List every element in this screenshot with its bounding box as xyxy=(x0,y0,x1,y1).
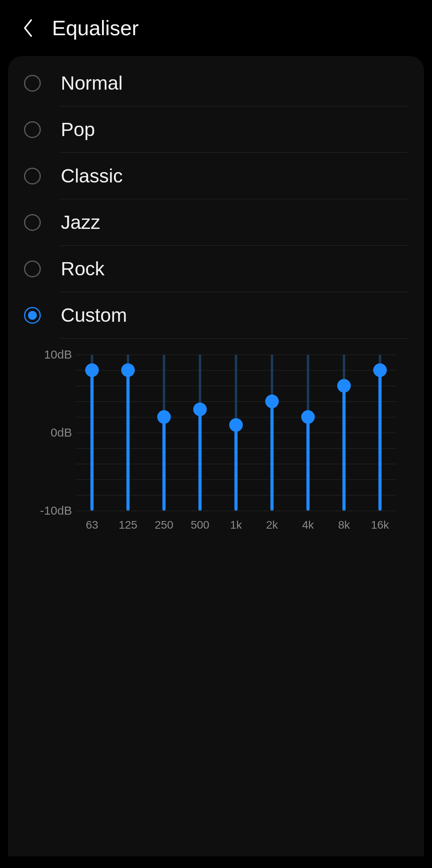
slider-thumb[interactable] xyxy=(121,363,135,377)
preset-row-jazz[interactable]: Jazz xyxy=(8,199,424,245)
radio-rock[interactable] xyxy=(24,261,41,277)
equaliser-chart: 10dB0dB-10dB 631252505001k2k4k8k16k xyxy=(8,355,424,531)
slider-fill xyxy=(306,417,310,511)
x-tick-label: 125 xyxy=(118,519,138,531)
slider-fill xyxy=(90,370,94,511)
slider-thumb[interactable] xyxy=(373,363,387,377)
slider-thumb[interactable] xyxy=(337,379,351,393)
x-tick-label: 8k xyxy=(334,519,354,531)
y-axis-labels: 10dB0dB-10dB xyxy=(28,355,72,511)
preset-row-classic[interactable]: Classic xyxy=(8,153,424,199)
slider-thumb[interactable] xyxy=(301,410,315,424)
radio-classic[interactable] xyxy=(24,168,41,184)
preset-label: Pop xyxy=(61,118,424,140)
slider-fill xyxy=(126,370,130,511)
radio-normal[interactable] xyxy=(24,75,41,92)
chart-area xyxy=(76,355,396,511)
preset-label: Rock xyxy=(61,258,424,280)
back-icon[interactable] xyxy=(20,20,36,36)
divider xyxy=(8,338,424,339)
x-axis-labels: 631252505001k2k4k8k16k xyxy=(76,511,396,531)
eq-slider-8k[interactable] xyxy=(334,355,354,511)
eq-slider-1k[interactable] xyxy=(226,355,246,511)
preset-label: Classic xyxy=(61,165,424,187)
preset-row-pop[interactable]: Pop xyxy=(8,106,424,152)
eq-slider-63[interactable] xyxy=(82,355,102,511)
settings-card: NormalPopClassicJazzRockCustom 10dB0dB-1… xyxy=(8,56,424,856)
slider-fill xyxy=(234,425,238,511)
y-tick-label: -10dB xyxy=(40,504,72,517)
eq-slider-16k[interactable] xyxy=(370,355,390,511)
x-tick-label: 4k xyxy=(298,519,318,531)
slider-fill xyxy=(378,370,382,511)
x-tick-label: 2k xyxy=(262,519,282,531)
preset-row-rock[interactable]: Rock xyxy=(8,246,424,292)
slider-fill xyxy=(198,409,202,511)
slider-fill xyxy=(342,386,346,511)
slider-fill xyxy=(162,417,166,511)
slider-fill xyxy=(270,401,274,511)
slider-thumb[interactable] xyxy=(85,363,99,377)
preset-label: Normal xyxy=(61,72,424,94)
preset-label: Custom xyxy=(61,304,424,326)
preset-label: Jazz xyxy=(61,211,424,233)
sliders-row xyxy=(76,355,396,511)
radio-jazz[interactable] xyxy=(24,214,41,231)
slider-thumb[interactable] xyxy=(157,410,171,424)
slider-thumb[interactable] xyxy=(193,403,207,416)
preset-row-normal[interactable]: Normal xyxy=(8,60,424,106)
x-tick-label: 250 xyxy=(154,519,174,531)
eq-slider-2k[interactable] xyxy=(262,355,282,511)
x-tick-label: 1k xyxy=(226,519,246,531)
x-tick-label: 63 xyxy=(82,519,102,531)
y-tick-label: 10dB xyxy=(44,348,72,361)
page-title: Equaliser xyxy=(52,16,139,40)
y-tick-label: 0dB xyxy=(51,426,72,439)
eq-slider-125[interactable] xyxy=(118,355,138,511)
gridline xyxy=(76,511,396,511)
preset-list: NormalPopClassicJazzRockCustom xyxy=(8,60,424,339)
slider-thumb[interactable] xyxy=(229,418,243,432)
eq-slider-500[interactable] xyxy=(190,355,210,511)
radio-custom[interactable] xyxy=(24,307,41,324)
eq-slider-250[interactable] xyxy=(154,355,174,511)
x-tick-label: 500 xyxy=(190,519,210,531)
header: Equaliser xyxy=(0,0,432,56)
slider-thumb[interactable] xyxy=(265,395,279,408)
eq-slider-4k[interactable] xyxy=(298,355,318,511)
radio-pop[interactable] xyxy=(24,121,41,138)
x-tick-label: 16k xyxy=(370,519,390,531)
preset-row-custom[interactable]: Custom xyxy=(8,292,424,338)
